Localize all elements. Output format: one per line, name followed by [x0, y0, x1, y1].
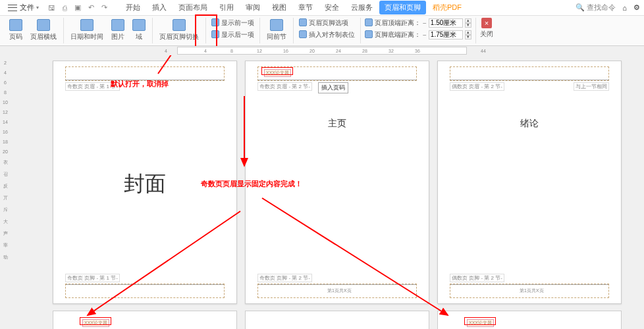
tab-insert[interactable]: 插入: [147, 1, 172, 14]
page-3[interactable]: 偶数页 页眉 - 第 2 节- 与上一节相同 绪论 偶数页 页脚 - 第 2 节…: [437, 61, 622, 304]
bot-dist-up[interactable]: ▲: [465, 30, 471, 35]
field-button[interactable]: 域: [130, 18, 148, 43]
datetime-button[interactable]: 日期和时间: [68, 18, 106, 43]
picture-icon: [111, 19, 124, 31]
p3-same-as-prev-tag: 与上一节相同: [574, 82, 609, 91]
qa-redo-icon[interactable]: ↷: [99, 3, 109, 13]
tab-doke-pdf[interactable]: 稻壳PDF: [427, 1, 467, 14]
page-4-peek[interactable]: XXX论文题: [53, 311, 237, 329]
show-prev-row[interactable]: 显示前一项: [210, 18, 255, 28]
show-next-row[interactable]: 显示后一项: [210, 30, 255, 40]
p3-header-tag: 偶数页 页眉 - 第 2 节-: [450, 82, 504, 91]
picture-button[interactable]: 图片: [109, 18, 127, 43]
bot-dist-label: 页脚底端距离：: [375, 30, 421, 39]
insert-tabstop-icon: [299, 30, 307, 38]
top-dist-down[interactable]: ▼: [465, 23, 471, 28]
top-dist-up[interactable]: ▲: [465, 18, 471, 23]
ruler-track: 4 4 8 12 16 20 24 28 32 36 44: [177, 47, 467, 55]
tab-chapter[interactable]: 章节: [293, 1, 318, 14]
p6-redbox: [464, 317, 496, 325]
hf-switch-label: 页眉页脚切换: [159, 32, 199, 41]
show-prev-icon: [211, 18, 219, 26]
vertical-ruler: 2468101214161820 衣召反丌斥大声宰动: [0, 55, 11, 329]
p2-header-redbox: [261, 67, 293, 75]
file-label: 文件: [20, 3, 34, 13]
field-icon: [132, 19, 146, 31]
show-next-label: 显示后一项: [221, 30, 254, 39]
annotation-done-text: 奇数页页眉显示固定内容完成！: [201, 179, 302, 189]
p3-header-zone[interactable]: [450, 66, 609, 81]
p2-footer-tag: 奇数页 页脚 - 第 2 节-: [257, 274, 312, 282]
close-hf-button[interactable]: ×关闭: [480, 18, 493, 39]
quick-access: 🖫 ⎙ ▣ ↶ ↷: [47, 3, 109, 13]
page-number-icon: [9, 19, 22, 31]
show-next-icon: [211, 30, 219, 38]
header-line-button[interactable]: 页眉横线: [28, 18, 59, 43]
qa-undo-icon[interactable]: ↶: [86, 3, 95, 13]
p3-footer-tag: 偶数页 页脚 - 第 2 节-: [450, 274, 504, 282]
page-number-button[interactable]: 页码: [7, 18, 25, 43]
tab-ref[interactable]: 引用: [214, 1, 239, 14]
tab-header-footer[interactable]: 页眉和页脚: [379, 1, 426, 14]
same-as-prev-button[interactable]: 同前节: [264, 18, 289, 43]
tab-cloud[interactable]: 云服务: [346, 1, 378, 14]
menu-icon: [8, 5, 17, 11]
datetime-label: 日期和时间: [70, 32, 103, 41]
settings-icon[interactable]: ⚙: [633, 3, 640, 12]
close-icon: ×: [481, 18, 492, 28]
hf-options-label: 页眉页脚选项: [309, 18, 348, 28]
title-bar: 文件 🖫 ⎙ ▣ ↶ ↷ 开始 插入 页面布局 引用 审阅 视图 章节 安全 云…: [0, 0, 644, 16]
insert-tabstop-label: 插入对齐制表位: [309, 30, 355, 39]
header-line-label: 页眉横线: [30, 32, 57, 41]
ribbon: 页码 页眉横线 日期和时间 图片 域 页眉页脚切换 显示前一项 显示后一项 同前…: [0, 16, 644, 46]
bot-dist-down[interactable]: ▼: [465, 35, 471, 39]
p1-footer-tag: 奇数页 页脚 - 第 1 节-: [65, 274, 120, 282]
p3-title: 绪论: [438, 118, 621, 130]
tab-layout[interactable]: 页面布局: [173, 1, 213, 14]
horizontal-ruler: 4 4 8 12 16 20 24 28 32 36 44: [0, 46, 644, 55]
hf-options-row[interactable]: 页眉页脚选项: [298, 18, 356, 28]
header-line-icon: [37, 19, 50, 31]
p2-title: 主页: [246, 118, 429, 130]
top-dist-input[interactable]: [429, 18, 463, 28]
insert-tabstop-row[interactable]: 插入对齐制表位: [298, 30, 356, 40]
top-dist-icon: [365, 18, 373, 26]
picture-label: 图片: [111, 32, 124, 41]
search-box[interactable]: 🔍 查找命令: [576, 3, 616, 13]
page-5-peek[interactable]: [245, 311, 429, 329]
search-placeholder: 查找命令: [587, 3, 616, 11]
p3-footer-text: 第1页共X页: [520, 288, 544, 294]
page-6-peek[interactable]: XXX论文题: [437, 311, 622, 329]
hf-options-icon: [299, 18, 307, 26]
qa-print-icon[interactable]: ⎙: [60, 3, 69, 13]
show-prev-label: 显示前一项: [221, 18, 254, 28]
help-icon[interactable]: ⌂: [622, 4, 627, 12]
bot-dist-input[interactable]: [429, 30, 463, 39]
datetime-icon: [80, 19, 94, 31]
p2-header-tag: 奇数页 页眉 - 第 2 节-: [257, 82, 312, 91]
footer-bot-distance: 页脚底端距离：−▲▼: [365, 30, 471, 40]
hf-switch-icon: [173, 19, 186, 31]
header-top-distance: 页眉顶端距离：−▲▼: [365, 18, 471, 28]
p1-footer-zone[interactable]: [65, 284, 225, 298]
annotation-cancel-text: 默认打开，取消掉: [111, 79, 169, 89]
tab-bar: 开始 插入 页面布局 引用 审阅 视图 章节 安全 云服务 页眉和页脚 稻壳PD…: [121, 1, 467, 14]
tab-review[interactable]: 审阅: [240, 1, 265, 14]
top-dist-label: 页眉顶端距离：: [375, 18, 421, 28]
tab-view[interactable]: 视图: [267, 1, 292, 14]
hf-switch-button[interactable]: 页眉页脚切换: [157, 18, 201, 43]
qa-save-icon[interactable]: 🖫: [47, 3, 56, 13]
tab-security[interactable]: 安全: [319, 1, 344, 14]
close-label: 关闭: [480, 30, 493, 39]
bot-dist-icon: [365, 30, 373, 38]
insert-page-number-button[interactable]: 插入页码: [318, 82, 348, 93]
same-as-prev-icon: [270, 19, 283, 31]
page-number-label: 页码: [9, 32, 22, 41]
p4-redbox: [80, 317, 111, 325]
file-menu[interactable]: 文件: [4, 1, 43, 14]
tab-start[interactable]: 开始: [121, 1, 146, 14]
qa-preview-icon[interactable]: ▣: [73, 3, 82, 13]
document-canvas[interactable]: 2468101214161820 衣召反丌斥大声宰动 奇数页 页眉 - 第 1 …: [0, 55, 644, 329]
field-label: 域: [136, 32, 142, 41]
same-as-prev-label: 同前节: [267, 32, 286, 41]
